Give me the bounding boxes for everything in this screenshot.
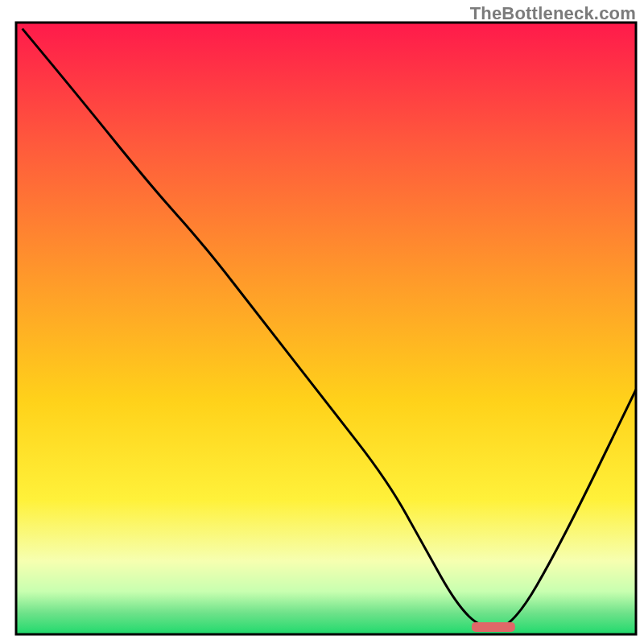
chart-svg — [0, 0, 644, 644]
watermark-text: TheBottleneck.com — [470, 3, 636, 24]
optimal-range-marker — [472, 622, 515, 632]
plot-background — [16, 23, 636, 634]
bottleneck-chart: TheBottleneck.com — [0, 0, 644, 644]
